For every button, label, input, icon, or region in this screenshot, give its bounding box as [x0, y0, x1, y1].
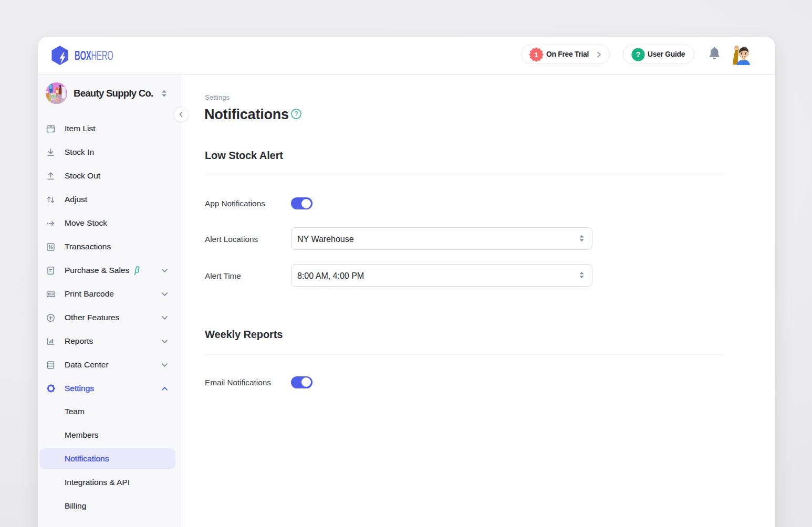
svg-text:?: ? — [294, 110, 298, 118]
svg-text:?: ? — [636, 50, 641, 58]
svg-text:1: 1 — [534, 50, 538, 58]
